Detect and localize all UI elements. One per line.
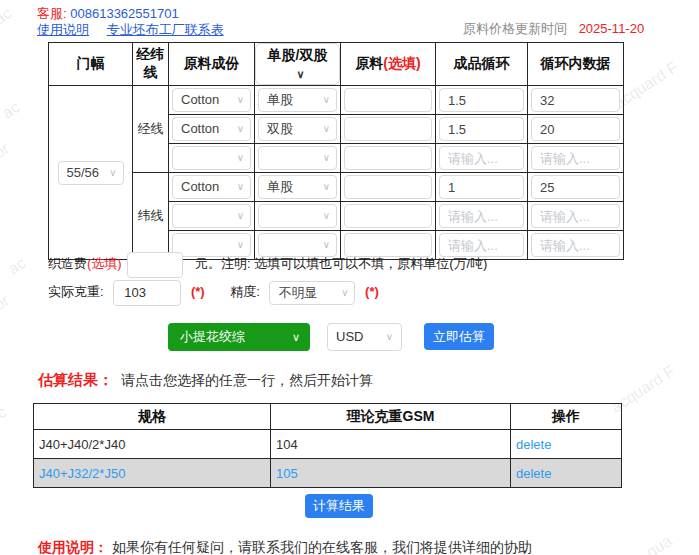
cycle-input[interactable] bbox=[439, 175, 524, 199]
cycle-input[interactable] bbox=[439, 204, 524, 228]
price-update-label: 原料价格更新时间 bbox=[463, 21, 567, 36]
delete-link[interactable]: delete bbox=[516, 466, 551, 481]
usage-guide-link[interactable]: 使用说明 bbox=[37, 22, 89, 37]
delete-link[interactable]: delete bbox=[516, 437, 551, 452]
result-row-selected[interactable]: J40+J32/2*J50 105 delete bbox=[34, 459, 622, 488]
cycle-data-input[interactable] bbox=[531, 117, 620, 141]
cycle-input[interactable] bbox=[439, 146, 524, 170]
material-select[interactable]: Cotton bbox=[172, 88, 251, 112]
actual-weight-label: 实际克重: bbox=[48, 284, 104, 299]
strand-select[interactable]: 单股 bbox=[258, 88, 337, 112]
cycle-data-input[interactable] bbox=[531, 88, 620, 112]
weaving-fee-row: 织造费(选填) 元。注明: 选填可以填也可以不填，原料单位(万/吨) bbox=[48, 250, 487, 278]
service-number-link[interactable]: 008613362551701 bbox=[70, 6, 178, 21]
result-heading: 估算结果： 请点击您选择的任意一行，然后开始计算 bbox=[38, 371, 373, 390]
actual-weight-row: 实际克重: (*) 精度: 不明显 (*) bbox=[48, 278, 401, 306]
result-header-row: 规格 理论克重GSM 操作 bbox=[34, 404, 622, 430]
cycle-data-input[interactable] bbox=[531, 233, 620, 257]
fabric-spec-table: 门幅 经纬线 原料成份 单股/双股 原料(选填) 成品循环 循环内数据 55/5… bbox=[48, 42, 624, 260]
weaving-fee-optional: (选填) bbox=[87, 256, 122, 271]
watermark-text: tor bbox=[0, 139, 13, 164]
weft-label: 纬线 bbox=[133, 173, 169, 260]
strand-select[interactable] bbox=[258, 204, 337, 228]
strand-select[interactable] bbox=[258, 146, 337, 170]
watermark-text: c bbox=[0, 403, 10, 422]
col-header-gsm: 理论克重GSM bbox=[271, 404, 511, 430]
spec-row-4: 纬线 Cotton 单股 bbox=[49, 173, 624, 202]
result-title: 估算结果： bbox=[38, 371, 113, 388]
col-header-raw: 原料(选填) bbox=[341, 43, 436, 86]
price-update-date: 2025-11-20 bbox=[579, 21, 645, 36]
raw-material-input[interactable] bbox=[344, 204, 432, 228]
door-width-cell: 55/56 bbox=[49, 86, 133, 260]
precision-select[interactable]: 不明显 bbox=[269, 281, 355, 305]
cycle-input[interactable] bbox=[439, 88, 524, 112]
footer-note: 使用说明： 如果你有任何疑问，请联系我们的在线客服，我们将提供详细的协助 bbox=[38, 539, 532, 555]
raw-optional-label: (选填) bbox=[383, 55, 420, 71]
fabric-type-select[interactable]: 小提花绞综 bbox=[168, 323, 310, 351]
top-links: 使用说明 专业坯布工厂联系表 bbox=[37, 21, 224, 39]
watermark-text: tor bbox=[0, 291, 13, 316]
cycle-data-input[interactable] bbox=[531, 204, 620, 228]
raw-material-input[interactable] bbox=[344, 117, 432, 141]
estimate-now-button[interactable]: 立即估算 bbox=[424, 323, 494, 350]
door-width-select[interactable]: 55/56 bbox=[58, 161, 124, 185]
result-hint: 请点击您选择的任意一行，然后开始计算 bbox=[121, 372, 373, 388]
weaving-fee-note: 元。注明: 选填可以填也可以不填，原料单位(万/吨) bbox=[195, 256, 488, 271]
service-label: 客服: bbox=[37, 6, 67, 21]
calculate-result-button[interactable]: 计算结果 bbox=[305, 494, 373, 518]
col-header-strand: 单股/双股 bbox=[255, 43, 341, 86]
weaving-fee-label: 织造费 bbox=[48, 256, 87, 271]
watermark-text: ac bbox=[0, 98, 23, 122]
strand-header-dropdown[interactable]: 单股/双股 bbox=[255, 43, 340, 85]
precision-label: 精度: bbox=[230, 284, 260, 299]
gsm-cell[interactable]: 104 bbox=[271, 430, 511, 459]
spec-cell[interactable]: J40+J40/2*J40 bbox=[34, 430, 271, 459]
footer-text: 如果你有任何疑问，请联系我们的在线客服，我们将提供详细的协助 bbox=[112, 539, 532, 555]
spec-cell[interactable]: J40+J32/2*J50 bbox=[34, 459, 271, 488]
actual-weight-input[interactable] bbox=[113, 280, 181, 306]
col-header-action: 操作 bbox=[511, 404, 622, 430]
watermark-text: ac bbox=[5, 254, 29, 278]
warp-label: 经线 bbox=[133, 86, 169, 173]
raw-material-input[interactable] bbox=[344, 88, 432, 112]
price-update-info: 原料价格更新时间 2025-11-20 bbox=[463, 20, 644, 38]
watermark-text: qua bbox=[643, 532, 675, 555]
estimate-controls: 小提花绞综 USD 立即估算 bbox=[0, 323, 699, 351]
col-header-cycle-data: 循环内数据 bbox=[528, 43, 624, 86]
result-row[interactable]: J40+J40/2*J40 104 delete bbox=[34, 430, 622, 459]
col-header-spec: 规格 bbox=[34, 404, 271, 430]
cycle-input[interactable] bbox=[439, 117, 524, 141]
required-mark: (*) bbox=[191, 284, 205, 299]
col-header-material: 原料成份 bbox=[169, 43, 255, 86]
cycle-data-input[interactable] bbox=[531, 146, 620, 170]
gsm-cell[interactable]: 105 bbox=[271, 459, 511, 488]
spec-header-row: 门幅 经纬线 原料成份 单股/双股 原料(选填) 成品循环 循环内数据 bbox=[49, 43, 624, 86]
result-table: 规格 理论克重GSM 操作 J40+J40/2*J40 104 delete J… bbox=[33, 403, 622, 488]
spec-row-1: 55/56 经线 Cotton 单股 bbox=[49, 86, 624, 115]
raw-material-input[interactable] bbox=[344, 175, 432, 199]
col-header-door-width: 门幅 bbox=[49, 43, 133, 86]
raw-label: 原料 bbox=[355, 55, 383, 71]
material-select[interactable] bbox=[172, 204, 251, 228]
watermark-text: ac bbox=[0, 4, 15, 28]
weaving-fee-input[interactable] bbox=[127, 252, 183, 278]
material-select[interactable]: Cotton bbox=[172, 175, 251, 199]
cycle-data-input[interactable] bbox=[531, 175, 620, 199]
material-select[interactable]: Cotton bbox=[172, 117, 251, 141]
col-header-yarn: 经纬线 bbox=[133, 43, 169, 86]
strand-select[interactable]: 双股 bbox=[258, 117, 337, 141]
raw-material-input[interactable] bbox=[344, 146, 432, 170]
col-header-cycle: 成品循环 bbox=[436, 43, 528, 86]
material-select[interactable] bbox=[172, 146, 251, 170]
factory-contact-link[interactable]: 专业坯布工厂联系表 bbox=[107, 22, 224, 37]
required-mark: (*) bbox=[365, 284, 379, 299]
strand-select[interactable]: 单股 bbox=[258, 175, 337, 199]
footer-title: 使用说明： bbox=[38, 539, 108, 555]
page: acquard Facquard Fquaacactoractorc 客服: 0… bbox=[0, 0, 699, 555]
currency-select[interactable]: USD bbox=[327, 323, 402, 351]
